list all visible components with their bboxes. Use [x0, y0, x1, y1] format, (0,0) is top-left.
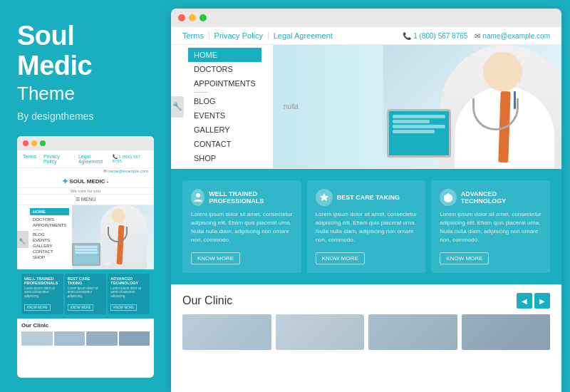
wrench-icon[interactable]: 🔧 [17, 231, 28, 248]
mini-know-more-1[interactable]: KNOW MORE [24, 304, 51, 311]
mini-nav-item[interactable]: EVENTS [30, 237, 69, 243]
nav-doctors[interactable]: DOCTORS [188, 62, 261, 76]
mini-know-more-2[interactable]: KNOW MORE [68, 304, 94, 311]
know-more-btn-3[interactable]: KNOW MORE [440, 252, 489, 264]
main-nav-area: 🔧 HOME DOCTORS APPOINTMENTS BLOG EVENTS … [171, 45, 561, 169]
clinic-image-3 [368, 314, 457, 350]
browser-title-bar [171, 9, 561, 27]
mini-doctor-head [111, 209, 125, 223]
mini-nav-item[interactable]: CONTACT [30, 249, 69, 254]
features-section: WELL TRAINED PROFESSIONALS Lorem ipsum d… [171, 169, 561, 284]
clinic-image-1 [182, 314, 271, 350]
mini-legal-link[interactable]: Legal Agreement [78, 154, 113, 164]
browser-content: Terms | Privacy Policy | Legal Agreement… [171, 27, 561, 392]
browser-dot-yellow[interactable] [189, 14, 196, 21]
clinic-next-arrow[interactable]: ▶ [534, 293, 550, 309]
mini-nav-home[interactable]: HOME [30, 208, 69, 215]
feature-icon-3 [440, 189, 456, 206]
legal-link[interactable]: Legal Agreement [274, 31, 333, 40]
nav-home[interactable]: HOME [188, 48, 261, 62]
mini-logo-cross: ✚ [63, 178, 68, 185]
know-more-btn-2[interactable]: KNOW MORE [316, 252, 365, 264]
feature-header-2: BEST CARE TAKING [316, 189, 418, 206]
mini-clinic-img-2 [54, 331, 86, 346]
brand-subtitle: Theme [17, 83, 154, 105]
mini-logo-text: SOUL MEDIC - [70, 178, 109, 185]
mini-tablet [72, 243, 100, 266]
mini-clinic: Our Clinic [17, 319, 154, 349]
mini-feature-3: ADVANCED TECHNOLOGY Lorem ipsum dolor si… [108, 274, 150, 315]
clinic-header: Our Clinic ◀ ▶ [182, 293, 550, 309]
clinic-image-4 [462, 314, 551, 350]
nav-gallery[interactable]: GALLERY [188, 123, 261, 137]
mini-nav-item[interactable]: SHOP [30, 254, 69, 260]
mini-doctor-body [100, 205, 147, 269]
clinic-image-2 [276, 314, 365, 350]
main-nav-menu: HOME DOCTORS APPOINTMENTS BLOG EVENTS GA… [171, 45, 273, 168]
know-more-btn-1[interactable]: KNOW MORE [191, 252, 240, 264]
mini-nav-item[interactable]: GALLERY [30, 243, 69, 249]
clinic-section: Our Clinic ◀ ▶ [171, 284, 561, 359]
mini-nav-item[interactable]: BLOG [30, 232, 69, 237]
brand-title: Soul Medic [17, 21, 154, 81]
mini-menu-label[interactable]: ☰ MENU [17, 195, 154, 205]
top-nav-links: Terms | Privacy Policy | Legal Agreement [182, 31, 333, 40]
phone-icon: 📞 [403, 32, 411, 40]
nav-contact[interactable]: CONTACT [188, 137, 261, 151]
dot-yellow [31, 140, 37, 146]
feature-title-1: WELL TRAINED PROFESSIONALS [209, 190, 293, 205]
feature-card-2: BEST CARE TAKING Lorem ipsum dolor sit a… [307, 180, 426, 273]
wrench-icon-main[interactable]: 🔧 [171, 96, 184, 118]
nav-blog[interactable]: BLOG [188, 94, 261, 108]
mini-nav-links: Terms | Privacy Policy | Legal Agreement [23, 154, 113, 164]
doctor-coat [440, 45, 561, 168]
feature-text-2: Lorem ipsum dolor sit amet, consectetur … [316, 210, 418, 244]
nav-appointments[interactable]: APPOINTMENTS [188, 76, 261, 91]
clinic-title: Our Clinic [182, 294, 232, 307]
nav-shop[interactable]: SHOP [188, 151, 261, 165]
nav-divider [194, 92, 208, 93]
mini-feature-2: BEST CARE TAKING Lorem ipsum dolor sit a… [65, 274, 107, 315]
feature-card-1: WELL TRAINED PROFESSIONALS Lorem ipsum d… [182, 180, 301, 273]
privacy-link[interactable]: Privacy Policy [214, 31, 263, 40]
mini-clinic-title: Our Clinic [21, 322, 150, 329]
mini-top-nav: Terms | Privacy Policy | Legal Agreement… [17, 150, 154, 168]
tablet-in-hand [387, 109, 451, 158]
hero-section: nulla [273, 45, 561, 168]
browser-dot-red[interactable] [178, 14, 185, 21]
feature-header-3: ADVANCED TECHNOLOGY [440, 189, 542, 206]
brand-block: Soul Medic Theme By designthemes [17, 21, 154, 136]
hero-doctor-area [383, 45, 561, 168]
feature-icon-2 [316, 189, 333, 206]
mini-clinic-img-3 [86, 331, 118, 346]
feature-text-1: Lorem ipsum dolor sit amet, consectetur … [191, 210, 293, 244]
terms-link[interactable]: Terms [182, 31, 204, 40]
brand-by: By designthemes [17, 110, 154, 122]
dot-green [40, 140, 46, 146]
dot-red [23, 140, 28, 146]
mini-clinic-img-1 [21, 331, 53, 346]
feature-header-1: WELL TRAINED PROFESSIONALS [191, 189, 293, 206]
hero-left-area: nulla [273, 45, 383, 168]
email-icon: ✉ [475, 32, 480, 40]
mini-nav-hero: 🔧 HOME DOCTORS APPOINTMENTS BLOG EVENTS … [17, 205, 154, 269]
mini-terms-link[interactable]: Terms [23, 154, 36, 164]
mini-know-more-3[interactable]: KNOW MORE [110, 304, 137, 311]
mini-browser-mockup: Terms | Privacy Policy | Legal Agreement… [17, 136, 154, 378]
mini-stethoscope [108, 227, 128, 242]
feature-card-3: ADVANCED TECHNOLOGY Lorem ipsum dolor si… [431, 180, 550, 273]
clinic-image-gallery [182, 314, 550, 350]
svg-point-0 [196, 193, 200, 197]
mini-nav-item[interactable]: APPOINTMENTS [30, 222, 69, 228]
pen [514, 91, 516, 109]
mini-divider [33, 229, 43, 230]
left-panel: Soul Medic Theme By designthemes Terms |… [0, 0, 171, 392]
feature-text-3: Lorem ipsum dolor sit amet, consectetur … [440, 210, 542, 244]
browser-dot-green[interactable] [200, 14, 207, 21]
mini-nav-item[interactable]: DOCTORS [30, 217, 69, 222]
mini-clinic-images [21, 331, 150, 346]
clinic-prev-arrow[interactable]: ◀ [517, 293, 532, 309]
mini-privacy-link[interactable]: Privacy Policy [43, 154, 71, 164]
nav-events[interactable]: EVENTS [188, 108, 261, 123]
doctor-head-lg [483, 52, 522, 91]
